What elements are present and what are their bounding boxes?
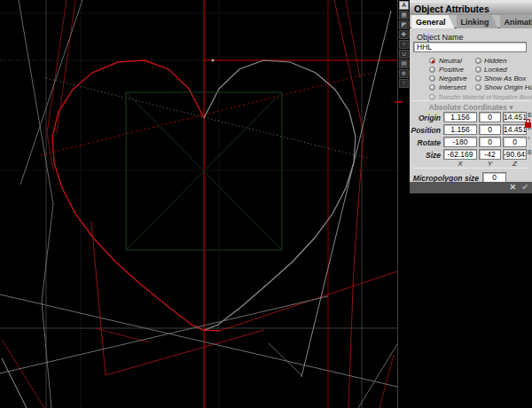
control-gray-triangle-edge xyxy=(269,343,301,375)
control-red-corner-bottom-right xyxy=(379,355,394,408)
tab-linking[interactable]: Linking xyxy=(457,15,498,28)
radio-transfer-material xyxy=(429,94,435,100)
size-y-field[interactable] xyxy=(479,149,501,160)
radio-positive[interactable] xyxy=(429,67,435,73)
radio-neutral-label: Neutral xyxy=(439,57,462,65)
radio-show-as-box[interactable] xyxy=(475,75,481,82)
control-red-steep-right-2 xyxy=(346,0,360,78)
panel-tab-bar: General Linking Animation xyxy=(410,15,532,28)
radio-transfer-material-label: Transfer Material of Negative Boolean xyxy=(438,94,532,100)
control-gray-diagonal-down xyxy=(0,294,397,387)
viewport-toolbar: A ▦ ◩ ✚ ▿ ∪ ▤ ⊕ ↑ xyxy=(397,0,410,408)
tool-up-icon[interactable]: ↑ xyxy=(399,79,409,88)
absolute-coordinates-header[interactable]: Absolute Coordinates ▾ xyxy=(410,103,532,112)
construction-dotted-red xyxy=(41,73,372,155)
origin-unit: B xyxy=(528,112,531,118)
separator xyxy=(412,100,529,101)
position-row-label: Position xyxy=(410,126,441,135)
radio-negative[interactable] xyxy=(429,75,435,82)
panel-title: Object Attributes xyxy=(410,3,532,15)
axis-y-label: Y xyxy=(479,160,501,168)
app-window: A ▦ ◩ ✚ ▿ ∪ ▤ ⊕ ↑ Object Attributes Gene… xyxy=(0,0,532,408)
tool-rows-icon[interactable]: ▤ xyxy=(399,59,409,68)
origin-z-field[interactable] xyxy=(503,112,527,122)
radio-intersect[interactable] xyxy=(429,84,435,90)
tab-general[interactable]: General xyxy=(411,15,455,28)
origin-handle-dot[interactable] xyxy=(212,59,215,62)
lock-icon[interactable] xyxy=(525,122,531,128)
rotate-row-label: Rotate xyxy=(410,138,441,147)
separator xyxy=(412,168,529,169)
radio-locked[interactable] xyxy=(475,67,481,73)
control-gray-corner-bottom-right xyxy=(358,344,397,408)
position-z-field[interactable] xyxy=(503,124,527,135)
chevron-down-icon: ▾ xyxy=(509,103,512,112)
absolute-coordinates-label: Absolute Coordinates xyxy=(429,103,507,112)
tool-down-icon[interactable]: ▿ xyxy=(399,40,409,49)
object-name-label: Object Name xyxy=(417,33,464,42)
rotate-z-field[interactable] xyxy=(503,137,527,147)
control-gray-steep-right xyxy=(301,11,391,377)
construction-dotted-gray xyxy=(46,78,367,158)
tool-target-icon[interactable]: ⊕ xyxy=(399,69,409,78)
rotate-y-field[interactable] xyxy=(479,137,501,147)
confirm-icon[interactable]: ✔ xyxy=(521,182,528,193)
origin-y-field[interactable] xyxy=(479,112,501,122)
radio-negative-label: Negative xyxy=(439,75,467,82)
axis-z-label: Z xyxy=(503,160,527,168)
cancel-icon[interactable]: ✕ xyxy=(509,182,516,193)
position-y-field[interactable] xyxy=(479,124,501,135)
curve-heart-right-gray xyxy=(204,60,356,330)
rotate-x-field[interactable] xyxy=(443,137,477,147)
size-unit: B xyxy=(528,149,531,155)
radio-locked-label: Locked xyxy=(484,66,507,74)
radio-positive-label: Positive xyxy=(439,66,464,74)
size-row-label: Size xyxy=(410,151,441,160)
tool-grid-icon[interactable]: ▦ xyxy=(399,11,409,20)
origin-row-label: Origin xyxy=(410,114,441,122)
radio-show-origin-handle-label: Show Origin Handle xyxy=(484,83,532,91)
control-gray-zigzag-left xyxy=(19,0,53,408)
tool-annotate-icon[interactable]: A xyxy=(399,1,409,10)
object-name-input[interactable] xyxy=(413,42,527,52)
origin-x-field[interactable] xyxy=(443,112,477,122)
size-z-field[interactable] xyxy=(503,149,527,160)
rotate-unit: ° xyxy=(528,137,530,143)
control-red-spike-bottom-left xyxy=(91,222,264,375)
viewport[interactable] xyxy=(0,0,397,408)
viewport-canvas[interactable] xyxy=(0,0,397,408)
radio-intersect-label: Intersect xyxy=(439,83,466,91)
tool-union-icon[interactable]: ∪ xyxy=(399,50,409,59)
size-x-field[interactable] xyxy=(443,149,477,160)
panel-body: Object Name Neutral Positive Negative In… xyxy=(410,28,532,182)
panel-empty-area xyxy=(410,193,532,408)
control-red-edge-bottom-left xyxy=(2,340,44,408)
tab-animation[interactable]: Animation xyxy=(500,15,532,28)
viewport-edge-marker xyxy=(395,101,403,103)
control-red-steep-right xyxy=(334,0,364,408)
position-x-field[interactable] xyxy=(443,124,477,135)
control-red-steep-left-2 xyxy=(57,0,75,133)
panel-footer-bar: ✕ ✔ xyxy=(410,182,532,193)
radio-show-origin-handle[interactable] xyxy=(475,84,481,90)
tool-move-icon[interactable]: ✚ xyxy=(399,30,409,39)
radio-hidden-label: Hidden xyxy=(484,57,506,65)
object-attributes-panel: Object Attributes General Linking Animat… xyxy=(410,0,532,408)
axis-x-label: X xyxy=(443,160,477,168)
radio-hidden[interactable] xyxy=(475,58,481,64)
tool-corner-icon[interactable]: ◩ xyxy=(399,20,409,29)
control-gray-diagonal-up xyxy=(0,296,328,373)
radio-neutral[interactable] xyxy=(429,58,435,64)
control-gray-corner-bottom-left xyxy=(2,358,27,408)
radio-show-as-box-label: Show As Box xyxy=(484,75,526,82)
